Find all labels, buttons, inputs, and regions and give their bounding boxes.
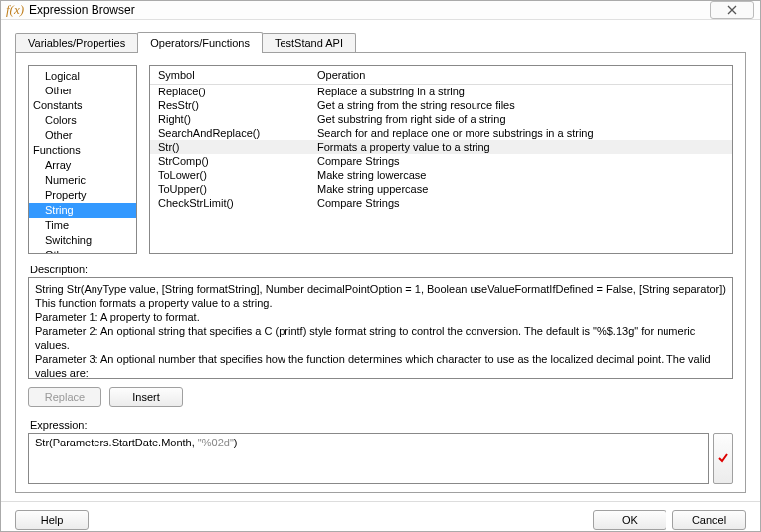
table-row[interactable]: Replace() Replace a substring in a strin… [150,85,732,98]
column-header-symbol[interactable]: Symbol [150,66,309,84]
expression-label: Expression: [30,419,733,431]
help-button[interactable]: Help [15,510,89,530]
table-row-selected[interactable]: Str() Formats a property value to a stri… [150,140,732,154]
tree-item-string[interactable]: String [29,203,136,218]
tree-item[interactable]: Property [29,188,136,203]
table-row[interactable]: Right() Get substring from right side of… [150,112,732,126]
tree-item[interactable]: Logical [29,69,136,84]
description-param2: Parameter 2: An optional string that spe… [35,324,726,352]
tabpage-operators-functions: Logical Other Constants Colors Other Fun… [15,52,746,493]
expression-browser-window: f(x) Expression Browser Variables/Proper… [0,0,761,532]
tree-item[interactable]: Switching [29,233,136,248]
table-row[interactable]: CheckStrLimit() Compare Strings [150,196,732,210]
table-row[interactable]: SearchAndReplace() Search for and replac… [150,126,732,140]
titlebar: f(x) Expression Browser [1,1,760,20]
description-label: Description: [30,264,733,275]
tree-item[interactable]: Constants [29,98,136,113]
table-header: Symbol Operation [150,66,732,85]
function-table: Symbol Operation Replace() Replace a sub… [149,65,733,254]
cancel-button[interactable]: Cancel [672,510,746,530]
category-tree[interactable]: Logical Other Constants Colors Other Fun… [28,65,137,254]
close-button[interactable] [710,1,754,19]
description-param1: Parameter 1: A property to format. [35,310,726,324]
insert-button[interactable]: Insert [109,387,183,407]
replace-button: Replace [28,387,101,407]
table-row[interactable]: ToLower() Make string lowercase [150,168,732,182]
tree-item[interactable]: Functions [29,143,136,158]
tab-teststand-api[interactable]: TestStand API [262,33,356,52]
expression-row: Str(Parameters.StartDate.Month, "%02d") [28,433,733,484]
description-signature: String Str(AnyType value, [String format… [35,282,726,296]
expression-input[interactable]: Str(Parameters.StartDate.Month, "%02d") [28,433,709,484]
description-box[interactable]: String Str(AnyType value, [String format… [28,277,733,379]
tree-item[interactable]: Other [29,84,136,98]
description-summary: This function formats a property value t… [35,296,726,310]
tree-item[interactable]: Array [29,158,136,173]
tab-variables-properties[interactable]: Variables/Properties [15,33,138,52]
fx-icon: f(x) [7,2,23,18]
description-param3: Parameter 3: An optional number that spe… [35,352,726,379]
table-row[interactable]: ToUpper() Make string uppercase [150,182,732,196]
table-body[interactable]: Replace() Replace a substring in a strin… [150,85,732,253]
dialog-footer: Help OK Cancel [1,501,760,532]
ok-button[interactable]: OK [593,510,666,530]
tab-operators-functions[interactable]: Operators/Functions [137,32,263,52]
table-row[interactable]: ResStr() Get a string from the string re… [150,98,732,112]
tree-item[interactable]: Time [29,218,136,233]
checkmark-icon [717,452,729,464]
validate-expression-button[interactable] [713,433,733,484]
tree-item[interactable]: Other [29,128,136,143]
window-title: Expression Browser [29,3,135,17]
action-buttons: Replace Insert [28,387,733,407]
column-header-operation[interactable]: Operation [309,66,732,84]
tabbar: Variables/Properties Operators/Functions… [15,32,746,52]
table-row[interactable]: StrComp() Compare Strings [150,154,732,168]
tree-item[interactable]: Colors [29,113,136,128]
tree-item[interactable]: Numeric [29,173,136,188]
close-icon [727,5,737,15]
content-area: Variables/Properties Operators/Functions… [1,20,760,501]
tree-item[interactable]: Other [29,248,136,254]
